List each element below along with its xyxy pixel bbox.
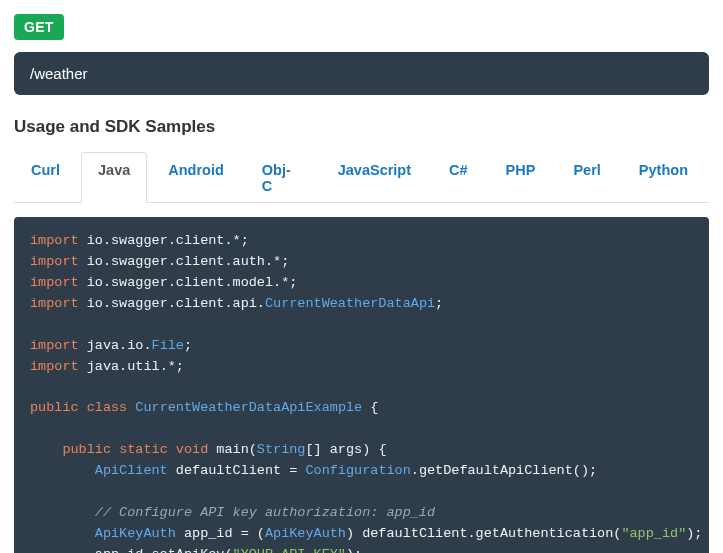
- tab-javascript[interactable]: JavaScript: [321, 152, 428, 203]
- pkg: io.swagger.client.auth.*;: [87, 254, 290, 269]
- pkg: java.util.*;: [87, 359, 184, 374]
- txt: app_id.setApiKey(: [95, 547, 233, 553]
- pkg: io.swagger.client.*;: [87, 233, 249, 248]
- semi: ;: [184, 338, 192, 353]
- txt: );: [346, 547, 362, 553]
- kw-import: import: [30, 296, 79, 311]
- args-rest: [] args) {: [305, 442, 386, 457]
- section-title-usage: Usage and SDK Samples: [14, 117, 709, 137]
- code-sample-java: import io.swagger.client.*; import io.sw…: [14, 217, 709, 553]
- kw-import: import: [30, 233, 79, 248]
- type-apikeyauth: ApiKeyAuth: [265, 526, 346, 541]
- type-file: File: [152, 338, 184, 353]
- kw-import: import: [30, 359, 79, 374]
- endpoint-path-bar: /weather: [14, 52, 709, 95]
- kw-class: class: [87, 400, 128, 415]
- http-method-badge: GET: [14, 14, 64, 40]
- tab-curl[interactable]: Curl: [14, 152, 77, 203]
- type-apikeyauth: ApiKeyAuth: [95, 526, 176, 541]
- tab-python[interactable]: Python: [622, 152, 705, 203]
- kw-import: import: [30, 275, 79, 290]
- txt: ) defaultClient.getAuthentication(: [346, 526, 621, 541]
- comment: // Configure API key authorization: app_…: [95, 505, 435, 520]
- kw-import: import: [30, 254, 79, 269]
- class-name: CurrentWeatherDataApiExample: [135, 400, 362, 415]
- str-yourkey: "YOUR API KEY": [233, 547, 346, 553]
- txt: .getDefaultApiClient();: [411, 463, 597, 478]
- txt: app_id = (: [176, 526, 265, 541]
- txt: );: [686, 526, 702, 541]
- tab-objc[interactable]: Obj-C: [245, 152, 317, 203]
- kw-static: static: [119, 442, 168, 457]
- semi: ;: [435, 296, 443, 311]
- txt: defaultClient =: [168, 463, 306, 478]
- fn-main: main(: [208, 442, 257, 457]
- kw-public: public: [30, 400, 79, 415]
- type-apiclient: ApiClient: [95, 463, 168, 478]
- sdk-tabs: Curl Java Android Obj-C JavaScript C# PH…: [14, 151, 709, 203]
- tab-java[interactable]: Java: [81, 152, 147, 203]
- kw-public: public: [62, 442, 111, 457]
- str-appid: "app_id": [621, 526, 686, 541]
- tab-android[interactable]: Android: [151, 152, 241, 203]
- kw-import: import: [30, 338, 79, 353]
- kw-void: void: [176, 442, 208, 457]
- type-configuration: Configuration: [305, 463, 410, 478]
- tab-perl[interactable]: Perl: [556, 152, 617, 203]
- brace: {: [362, 400, 378, 415]
- type-api: CurrentWeatherDataApi: [265, 296, 435, 311]
- pkg-prefix: io.swagger.client.api.: [87, 296, 265, 311]
- pkg: io.swagger.client.model.*;: [87, 275, 298, 290]
- type-string: String: [257, 442, 306, 457]
- tab-php[interactable]: PHP: [489, 152, 553, 203]
- tab-csharp[interactable]: C#: [432, 152, 485, 203]
- pkg-prefix: java.io.: [87, 338, 152, 353]
